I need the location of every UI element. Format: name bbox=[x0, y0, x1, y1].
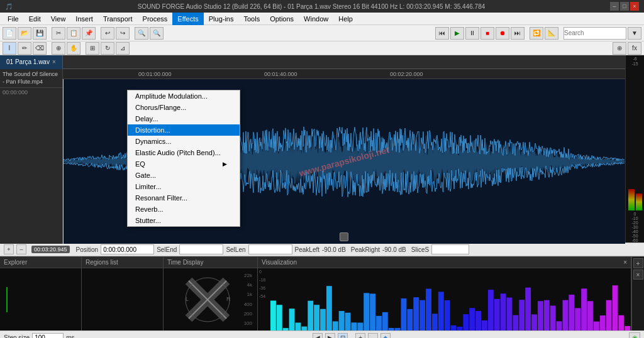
fast-forward-button[interactable]: ⏭ bbox=[511, 27, 525, 40]
zoom-out-button[interactable]: 🔍 bbox=[150, 27, 164, 40]
maximize-button[interactable]: □ bbox=[620, 2, 629, 11]
menu-limiter[interactable]: Limiter... bbox=[128, 181, 240, 192]
freq-label-1k: 1k bbox=[247, 292, 252, 297]
current-time-display: 00:03:20.945 bbox=[31, 246, 70, 253]
menu-stutter[interactable]: Stutter... bbox=[128, 215, 240, 226]
menu-effects[interactable]: Effects bbox=[172, 13, 203, 25]
mix-button[interactable]: ⊕ bbox=[613, 42, 626, 55]
menu-options[interactable]: Options bbox=[265, 13, 299, 25]
vu-label-20: -20 bbox=[631, 221, 638, 225]
open-button[interactable]: 📂 bbox=[18, 27, 31, 40]
menu-dynamics[interactable]: Dynamics... bbox=[128, 136, 240, 147]
menu-window[interactable]: Window bbox=[299, 13, 333, 25]
rewind-button[interactable]: ⏮ bbox=[435, 27, 449, 40]
bottom-zoom-out[interactable]: – bbox=[368, 333, 378, 339]
close-button[interactable]: × bbox=[630, 2, 639, 11]
viz-content[interactable]: 0 -18 -36 -54 bbox=[258, 268, 631, 330]
bottom-zoom-in[interactable]: + bbox=[355, 333, 365, 339]
vu-label-2: -15 bbox=[631, 62, 638, 66]
panel-options-button[interactable]: × bbox=[633, 270, 643, 280]
search-input[interactable] bbox=[564, 27, 626, 40]
step-size-input[interactable] bbox=[32, 333, 64, 339]
spectrum-canvas bbox=[258, 268, 631, 330]
panel-add-button[interactable]: + bbox=[633, 258, 643, 268]
vu-label-0: 0 bbox=[634, 212, 636, 216]
tab-close-button[interactable]: × bbox=[52, 58, 56, 65]
loop-button[interactable]: 🔁 bbox=[530, 27, 543, 40]
timedisplay-content[interactable]: 22k 4k 1k 400 200 100 L R bbox=[164, 268, 257, 330]
menu-edit[interactable]: Edit bbox=[24, 13, 46, 25]
zoom-tool[interactable]: ⊕ bbox=[52, 42, 65, 55]
menu-view[interactable]: View bbox=[46, 13, 71, 25]
bottom-select-button[interactable]: ⊡ bbox=[338, 333, 348, 339]
track-tab[interactable]: 01 Parça 1.wav × bbox=[0, 55, 63, 69]
menu-tools[interactable]: Tools bbox=[238, 13, 265, 25]
menu-amplitude-modulation[interactable]: Amplitude Modulation... bbox=[128, 90, 240, 102]
position-input[interactable] bbox=[101, 244, 154, 254]
copy-button[interactable]: 📋 bbox=[67, 27, 80, 40]
visualization-panel: Visualization × 0 -18 -36 -54 bbox=[258, 257, 631, 330]
selend-input[interactable] bbox=[179, 244, 223, 254]
freq-label-400: 400 bbox=[244, 302, 252, 307]
viz-close-button[interactable]: × bbox=[623, 259, 627, 266]
sellen-input[interactable] bbox=[248, 244, 292, 254]
remove-track-button[interactable]: – bbox=[16, 244, 26, 254]
menu-process[interactable]: Process bbox=[138, 13, 173, 25]
menu-eq[interactable]: EQ ▶ bbox=[128, 158, 240, 170]
snap-button[interactable]: 📐 bbox=[545, 27, 558, 40]
sellen-label: SelLen bbox=[226, 246, 245, 253]
fx-button[interactable]: fx bbox=[628, 42, 641, 55]
viz-panel-header: Visualization × bbox=[258, 257, 631, 268]
menu-distortion[interactable]: Distortion... bbox=[128, 124, 240, 136]
secondary-toolbar: I ✏ ⌫ ⊕ ✋ ⊞ ↻ ⊿ ⊕ fx bbox=[0, 41, 644, 55]
new-button[interactable]: 📄 bbox=[3, 27, 16, 40]
hand-tool[interactable]: ✋ bbox=[67, 42, 80, 55]
snap-toggle[interactable]: ⊞ bbox=[86, 42, 99, 55]
menu-plugins[interactable]: Plug-ins bbox=[204, 13, 239, 25]
menu-insert[interactable]: Insert bbox=[70, 13, 98, 25]
stop-button[interactable]: ■ bbox=[480, 27, 494, 40]
marker-button[interactable]: ⊿ bbox=[116, 42, 130, 55]
green-fx-button[interactable]: ◉ bbox=[629, 332, 640, 339]
selend-label: SelEnd bbox=[157, 246, 177, 253]
bottom-next-button[interactable]: ▶ bbox=[325, 333, 335, 339]
menu-gate[interactable]: Gate... bbox=[128, 170, 240, 181]
db-labels: 0 -18 -36 -54 bbox=[259, 270, 265, 298]
zoom-in-button[interactable]: 🔍 bbox=[135, 27, 148, 40]
eraser-tool[interactable]: ⌫ bbox=[33, 42, 47, 55]
record-button[interactable]: ⏺ bbox=[496, 27, 509, 40]
svg-text:R: R bbox=[226, 296, 231, 302]
save-button[interactable]: 💾 bbox=[33, 27, 47, 40]
menu-file[interactable]: File bbox=[3, 13, 24, 25]
explorer-content[interactable] bbox=[0, 268, 81, 330]
regions-content[interactable] bbox=[82, 268, 163, 330]
select-tool[interactable]: I bbox=[3, 42, 16, 55]
menu-chorus-flange[interactable]: Chorus/Flange... bbox=[128, 102, 240, 113]
time-display-graphic: L R bbox=[182, 275, 233, 325]
menu-reverb[interactable]: Reverb... bbox=[128, 204, 240, 215]
vu-label-10: -10 bbox=[631, 216, 638, 221]
search-options-button[interactable]: ▼ bbox=[628, 27, 641, 40]
slices-input[interactable] bbox=[431, 244, 469, 254]
timedisplay-panel: Time Display 22k 4k 1k 400 200 100 L R bbox=[164, 257, 258, 330]
menu-transport[interactable]: Transport bbox=[98, 13, 138, 25]
cut-button[interactable]: ✂ bbox=[52, 27, 65, 40]
redo-button[interactable]: ↪ bbox=[116, 27, 130, 40]
paste-button[interactable]: 📌 bbox=[82, 27, 96, 40]
loop-toggle[interactable]: ↻ bbox=[101, 42, 114, 55]
menu-elastic-audio[interactable]: Elastic Audio (Pitch Bend)... bbox=[128, 147, 240, 158]
menu-help[interactable]: Help bbox=[333, 13, 358, 25]
bottom-prev-button[interactable]: ◀ bbox=[313, 333, 323, 339]
minimize-button[interactable]: – bbox=[610, 2, 619, 11]
undo-button[interactable]: ↩ bbox=[101, 27, 114, 40]
bottom-marker[interactable]: ◆ bbox=[380, 333, 391, 339]
play-button[interactable]: ▶ bbox=[450, 27, 464, 40]
menu-delay[interactable]: Delay... bbox=[128, 113, 240, 124]
vu-left-fill bbox=[628, 189, 635, 210]
menu-resonant-filter[interactable]: Resonant Filter... bbox=[128, 192, 240, 204]
add-track-button[interactable]: + bbox=[4, 244, 14, 254]
freq-label-200: 200 bbox=[244, 311, 252, 317]
pause-button[interactable]: ⏸ bbox=[465, 27, 479, 40]
tab-label: 01 Parça 1.wav bbox=[6, 58, 50, 65]
pencil-tool[interactable]: ✏ bbox=[18, 42, 31, 55]
